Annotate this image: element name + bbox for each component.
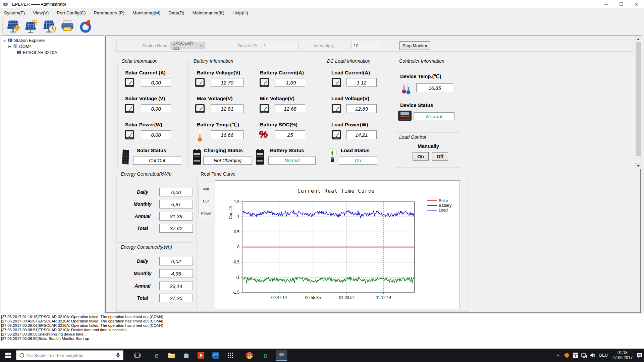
charging-status-label: Charging Status: [204, 147, 243, 153]
taskbar-search[interactable]: [16, 350, 123, 360]
tab-power[interactable]: Power: [199, 207, 214, 219]
scrollbar-thumb[interactable]: [636, 42, 641, 156]
menu-view[interactable]: View(V): [29, 8, 53, 17]
taskbar-epever-active[interactable]: [276, 350, 287, 361]
meter-gauge-icon: [259, 77, 269, 87]
taskbar-app-grid[interactable]: [225, 350, 236, 361]
taskbar-edge[interactable]: e: [151, 350, 162, 361]
collapse-icon[interactable]: [8, 45, 11, 48]
interval-field: 10: [352, 42, 379, 49]
add-station-button[interactable]: [5, 18, 21, 35]
chevron-down-icon: [200, 45, 203, 47]
svg-text:0,5: 0,5: [234, 230, 239, 234]
scroll-down-button[interactable]: [635, 163, 641, 169]
chart-ylabel: Cur. / A: [228, 202, 233, 223]
min-voltage-label: Min Voltage(V): [260, 96, 294, 101]
battery-status-label: Battery Status: [270, 147, 304, 153]
dc-load-information-title: DC Load Information: [326, 58, 372, 64]
load-voltage-label: Load Voltage(V): [331, 96, 369, 101]
svg-text:01:03:54: 01:03:54: [339, 295, 355, 300]
task-view-button[interactable]: [131, 350, 143, 361]
menu-bar: System(F) View(V) Port Config(C) Paramet…: [0, 8, 644, 17]
stop-monitor-button[interactable]: Stop Monitor: [399, 41, 430, 50]
load-power-value: 14,21: [346, 130, 377, 139]
start-button[interactable]: [3, 351, 13, 359]
menu-system[interactable]: System(F): [0, 8, 29, 17]
task-view-icon: [134, 353, 141, 358]
menu-parameters[interactable]: Parameters (P): [90, 8, 129, 17]
solar-status-value: Cut Out: [133, 157, 181, 165]
collapse-icon[interactable]: [3, 39, 6, 42]
taskbar-file-explorer[interactable]: [166, 350, 177, 361]
energy-generated-group: Energy Generated(kWh) Daily 0,00 Monthly…: [116, 174, 194, 243]
load-off-button[interactable]: Off: [432, 152, 448, 161]
daily-label: Daily: [127, 258, 158, 264]
tree-item-station-explorer[interactable]: Station Explorer: [1, 37, 104, 43]
controller-information-title: Controller Information: [398, 58, 446, 64]
tray-chevron-up[interactable]: [554, 349, 562, 362]
main-panel: Station Name EPSOLAR 321 Device ID 1 Int…: [105, 36, 641, 313]
triangle-down-icon: [637, 165, 640, 167]
meter-gauge-icon: [124, 104, 135, 114]
taskbar-store[interactable]: [180, 350, 192, 361]
energy-generated-total: 37,62: [159, 224, 193, 233]
min-voltage-value: 12,68: [275, 104, 305, 113]
minimize-button[interactable]: [599, 0, 614, 8]
menu-monitoring[interactable]: Monitoring(M): [128, 8, 164, 17]
tray-network[interactable]: [580, 349, 589, 362]
tab-cur[interactable]: Cur.: [199, 195, 214, 207]
energy-consumed-daily: 0,02: [159, 257, 193, 265]
print-button[interactable]: [59, 18, 75, 35]
solar-information-group: Solar Information Solar Current (A) 0,00…: [117, 61, 188, 168]
microphone-icon[interactable]: [116, 352, 120, 358]
load-on-button[interactable]: On: [413, 152, 429, 161]
tree-item-epsolar-3210a[interactable]: EPSOLAR 3210A: [1, 49, 104, 55]
load-status-value: On: [339, 157, 377, 165]
close-button[interactable]: [629, 0, 644, 8]
battery-line-swatch: [427, 205, 437, 206]
tray-language[interactable]: DEU: [597, 353, 610, 358]
energy-consumed-group: Energy Consumed(kWh) Daily 0,02 Monthly …: [116, 247, 194, 312]
tab-volt[interactable]: Volt.: [199, 183, 214, 195]
taskbar-chrome[interactable]: [244, 350, 255, 361]
real-time-curve-title: Real Time Curve: [199, 171, 237, 177]
event-log[interactable]: [27.06.2017 01:16:16]EPSOLAR 3210A: Oper…: [0, 314, 644, 349]
station-name-combo[interactable]: EPSOLAR 321: [170, 42, 205, 49]
menu-help[interactable]: Help(H): [228, 8, 252, 17]
menu-port-config[interactable]: Port Config(C): [53, 8, 90, 17]
station-monitor-button[interactable]: [23, 18, 39, 35]
tree-item-com4[interactable]: COM4: [1, 43, 104, 49]
search-input[interactable]: [26, 353, 114, 358]
taskbar-media-app[interactable]: [195, 350, 207, 361]
load-line-swatch: [427, 210, 437, 210]
toolbar-grip: [1, 19, 3, 34]
action-center-button[interactable]: [635, 349, 644, 362]
solar-information-title: Solar Information: [120, 58, 159, 64]
horizontal-splitter[interactable]: [106, 170, 640, 171]
log-line: [27.06.2017 01:16:16]EPSOLAR 3210A: Oper…: [1, 315, 644, 319]
cortana-icon: [19, 353, 24, 358]
tray-antivirus[interactable]: [562, 349, 571, 362]
taskbar-ie-green[interactable]: e: [260, 350, 271, 361]
power-exit-button[interactable]: [77, 18, 94, 35]
solar-panel-icon: [122, 149, 130, 166]
device-status-label: Device Status: [400, 102, 433, 108]
max-voltage-label: Max Voltage(V): [197, 96, 232, 101]
vertical-scrollbar[interactable]: [635, 36, 641, 169]
maximize-button[interactable]: [614, 0, 629, 8]
tray-volume[interactable]: [589, 349, 597, 362]
svg-text:0: 0: [237, 245, 239, 249]
menu-data[interactable]: Data(D): [164, 8, 188, 17]
time-sync-button[interactable]: [41, 18, 57, 35]
tray-clock[interactable]: 01:18 27.06.2017: [610, 350, 635, 360]
device-id-field: 1: [262, 42, 299, 49]
energy-consumed-monthly: 4,95: [159, 269, 193, 278]
com-port-icon: [13, 44, 18, 49]
action-center-icon: [637, 353, 643, 358]
tray-telekom[interactable]: [571, 349, 580, 362]
menu-maintenance[interactable]: Maintenance(K): [189, 8, 228, 17]
battery-soc-value: 25: [275, 130, 305, 139]
taskbar-app-blue[interactable]: [210, 350, 221, 361]
legend-item-solar: Solar: [427, 198, 451, 203]
scroll-up-button[interactable]: [635, 36, 641, 42]
